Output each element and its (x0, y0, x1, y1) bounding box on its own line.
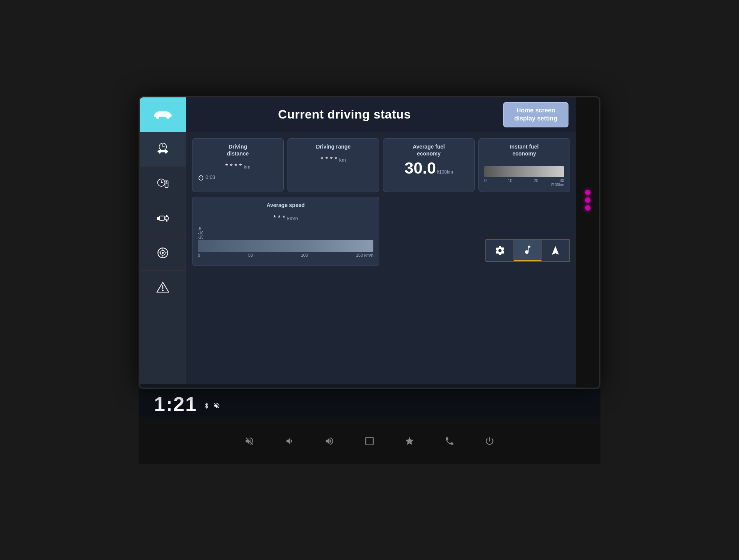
speed-bar-container: -5 -10 -15 0 50 100 150 km/h (198, 227, 373, 257)
power-icon (485, 436, 495, 446)
sidebar (140, 132, 186, 384)
speed-bar-track (198, 240, 373, 252)
status-bar: 1:21 (139, 389, 600, 418)
driving-distance-title: Driving distance (198, 143, 278, 157)
vol-up-icon (324, 436, 334, 446)
svg-point-7 (165, 152, 167, 154)
svg-rect-14 (159, 216, 164, 220)
toolbar-button-group (485, 239, 570, 262)
stopwatch-icon (198, 174, 204, 181)
led-dot-2 (585, 197, 590, 203)
avg-fuel-economy-card: Average fuel economy 30.0 l/100km (383, 138, 475, 192)
body-row: Driving distance * * * * km (140, 132, 576, 384)
gear-icon (495, 245, 505, 256)
power-btn[interactable] (481, 433, 498, 450)
favorites-btn[interactable] (401, 433, 418, 450)
stats-top-grid: Driving distance * * * * km (192, 138, 570, 192)
svg-point-21 (162, 252, 164, 254)
avg-speed-value: * * * km/h (198, 214, 373, 222)
bluetooth-icon (203, 402, 210, 409)
mute-physical-btn[interactable] (241, 433, 258, 450)
display-footer (140, 384, 576, 388)
avg-fuel-title: Average fuel economy (389, 143, 469, 157)
time-display: 1:21 (154, 393, 197, 416)
driving-distance-card: Driving distance * * * * km (192, 138, 284, 192)
svg-rect-33 (366, 437, 373, 445)
clock-fuel-icon (155, 176, 171, 191)
driving-range-title: Driving range (293, 143, 373, 150)
header-row: Current driving status Home screen displ… (140, 97, 576, 132)
page-title: Current driving status (186, 107, 503, 122)
physical-buttons-row (139, 418, 600, 464)
vol-down-icon (284, 436, 294, 446)
sidebar-item-maintenance[interactable] (140, 201, 186, 236)
stats-bottom-grid: Average speed * * * km/h -5 -10 -15 (192, 197, 570, 266)
svg-rect-2 (155, 115, 171, 117)
phone-icon (445, 436, 455, 446)
sidebar-item-warnings[interactable] (140, 271, 186, 305)
music-note-icon (522, 244, 533, 255)
navigation-button[interactable] (542, 240, 569, 261)
phone-btn[interactable] (441, 433, 458, 450)
led-panel (576, 97, 599, 388)
led-dot-3 (585, 205, 590, 211)
media-btn[interactable] (361, 433, 378, 450)
sidebar-item-trip-history[interactable] (140, 132, 186, 167)
instant-fuel-bar (484, 166, 564, 177)
status-icons (203, 402, 220, 409)
music-button[interactable] (514, 240, 542, 261)
tire-icon (155, 245, 171, 261)
svg-point-6 (159, 152, 161, 154)
warning-icon (155, 280, 171, 295)
mute-status-icon (213, 402, 220, 409)
settings-button[interactable] (486, 240, 514, 261)
driving-distance-value: * * * * km (198, 162, 278, 171)
speed-x-labels: 0 50 100 150 km/h (198, 253, 373, 257)
driving-range-card: Driving range * * * * km (288, 138, 379, 192)
svg-point-29 (199, 176, 203, 180)
sidebar-item-fuel-history[interactable] (140, 167, 186, 201)
star-icon (405, 436, 415, 446)
bottom-right-area (383, 197, 570, 266)
clock-car-icon (155, 141, 171, 157)
svg-point-28 (162, 290, 164, 291)
nav-arrow-icon (550, 245, 561, 256)
volume-up-btn[interactable] (321, 433, 338, 450)
volume-down-btn[interactable] (281, 433, 298, 450)
mute-btn-icon (244, 436, 254, 446)
instant-fuel-card: Instant fuel economy 0 10 20 30 l/100km (478, 138, 570, 192)
instant-fuel-bar-labels: 0 10 20 30 (484, 178, 564, 183)
avg-fuel-unit: l/100km (437, 169, 453, 175)
svg-rect-17 (166, 215, 167, 217)
media-icon (364, 436, 375, 446)
instant-fuel-bar-container: 0 10 20 30 l/100km (484, 163, 564, 187)
driving-range-value: * * * * km (293, 155, 373, 164)
car-icon-tab[interactable] (140, 97, 186, 132)
svg-rect-18 (166, 219, 167, 222)
led-dot-1 (585, 190, 590, 195)
main-content: Driving distance * * * * km (186, 132, 576, 384)
svg-rect-15 (157, 217, 159, 220)
avg-speed-card: Average speed * * * km/h -5 -10 -15 (192, 197, 379, 266)
driving-distance-sub: 0:03 (198, 174, 278, 181)
maintenance-icon (155, 211, 171, 226)
instant-fuel-title: Instant fuel economy (484, 143, 564, 157)
instant-fuel-bar-unit: l/100km (484, 183, 564, 187)
avg-speed-title: Average speed (198, 202, 373, 209)
speed-y-labels: -5 -10 -15 (198, 227, 373, 239)
car-icon (151, 108, 174, 121)
home-screen-button[interactable]: Home screen display setting (503, 102, 568, 127)
sidebar-item-tires[interactable] (140, 236, 186, 271)
avg-fuel-value: 30.0 (405, 160, 436, 176)
